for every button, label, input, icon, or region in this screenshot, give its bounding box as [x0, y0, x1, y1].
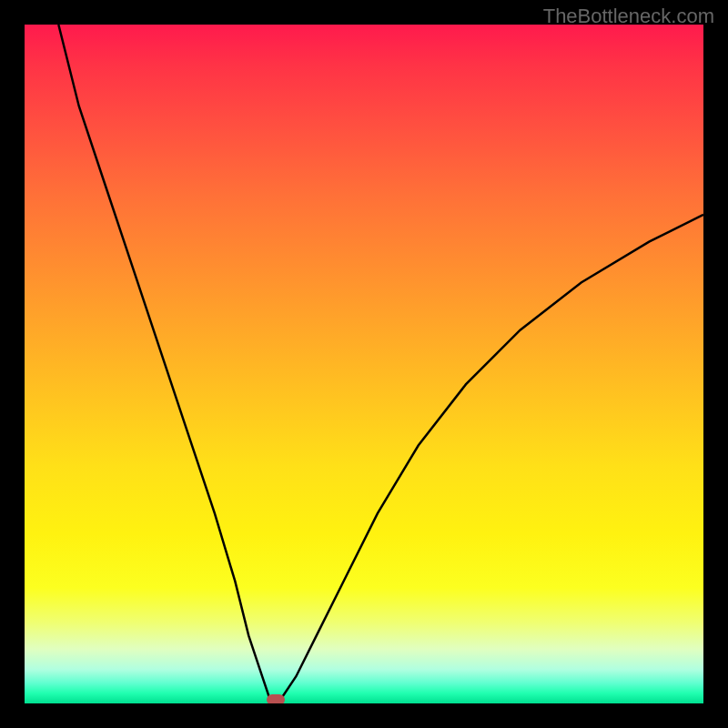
watermark-text: TheBottleneck.com [543, 5, 714, 28]
bottleneck-curve [25, 25, 703, 703]
plot-area [25, 25, 703, 703]
optimal-point-marker [267, 694, 285, 703]
